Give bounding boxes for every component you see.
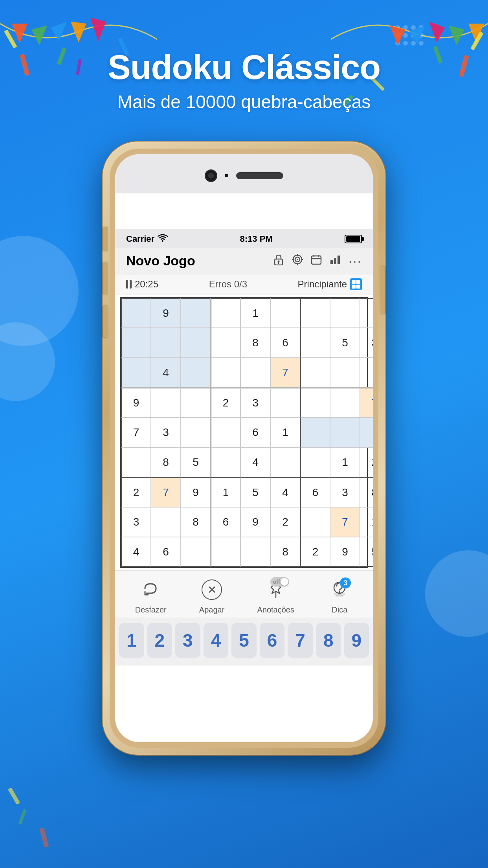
lock-icon[interactable] bbox=[273, 254, 284, 268]
sudoku-cell[interactable] bbox=[300, 388, 330, 417]
num-btn-3[interactable]: 3 bbox=[175, 623, 200, 658]
sudoku-cell[interactable]: 6 bbox=[151, 537, 181, 567]
undo-tool[interactable]: Desfazer bbox=[135, 576, 167, 614]
sudoku-grid[interactable]: 9186534792377361854122791546383869271468… bbox=[120, 297, 368, 568]
sudoku-cell[interactable]: 1 bbox=[330, 447, 360, 477]
sudoku-cell[interactable] bbox=[181, 298, 211, 328]
sudoku-cell[interactable]: 9 bbox=[330, 537, 360, 567]
sudoku-cell[interactable]: 8 bbox=[240, 328, 270, 358]
sudoku-cell[interactable]: 7 bbox=[121, 417, 151, 447]
sudoku-cell[interactable]: 9 bbox=[181, 477, 211, 507]
sudoku-cell[interactable] bbox=[121, 358, 151, 388]
sudoku-cell[interactable] bbox=[211, 447, 240, 477]
sudoku-cell[interactable] bbox=[360, 358, 373, 388]
chart-icon[interactable] bbox=[330, 254, 341, 268]
sudoku-cell[interactable]: 1 bbox=[360, 507, 373, 537]
sudoku-cell[interactable] bbox=[300, 417, 330, 447]
sudoku-cell[interactable]: 3 bbox=[330, 477, 360, 507]
sudoku-cell[interactable] bbox=[181, 537, 211, 567]
sudoku-cell[interactable]: 9 bbox=[151, 298, 181, 328]
sudoku-cell[interactable]: 4 bbox=[151, 358, 181, 388]
sudoku-cell[interactable] bbox=[330, 358, 360, 388]
sudoku-cell[interactable] bbox=[300, 447, 330, 477]
sudoku-cell[interactable] bbox=[240, 358, 270, 388]
sudoku-cell[interactable] bbox=[360, 298, 373, 328]
sudoku-cell[interactable] bbox=[121, 447, 151, 477]
sudoku-cell[interactable]: 4 bbox=[270, 477, 300, 507]
sudoku-cell[interactable] bbox=[211, 358, 240, 388]
sudoku-cell[interactable] bbox=[211, 537, 240, 567]
sudoku-cell[interactable]: 8 bbox=[151, 447, 181, 477]
sudoku-cell[interactable] bbox=[211, 328, 240, 358]
sudoku-cell[interactable] bbox=[300, 328, 330, 358]
num-btn-6[interactable]: 6 bbox=[260, 623, 285, 658]
more-icon[interactable]: ··· bbox=[349, 253, 362, 268]
sudoku-cell[interactable] bbox=[181, 358, 211, 388]
sudoku-cell[interactable]: 5 bbox=[330, 328, 360, 358]
sudoku-cell[interactable]: 6 bbox=[211, 507, 240, 537]
sudoku-cell[interactable]: 6 bbox=[300, 477, 330, 507]
sudoku-cell[interactable] bbox=[211, 298, 240, 328]
sudoku-cell[interactable]: 2 bbox=[360, 447, 373, 477]
sudoku-cell[interactable]: 3 bbox=[240, 388, 270, 417]
sudoku-cell[interactable] bbox=[181, 328, 211, 358]
sudoku-cell[interactable] bbox=[270, 388, 300, 417]
sudoku-cell[interactable] bbox=[121, 298, 151, 328]
sudoku-cell[interactable] bbox=[181, 417, 211, 447]
sudoku-cell[interactable]: 9 bbox=[240, 507, 270, 537]
sudoku-cell[interactable]: 7 bbox=[151, 477, 181, 507]
sudoku-cell[interactable]: 2 bbox=[270, 507, 300, 537]
sudoku-cell[interactable]: 8 bbox=[360, 477, 373, 507]
sudoku-cell[interactable] bbox=[330, 417, 360, 447]
sudoku-cell[interactable]: 8 bbox=[181, 507, 211, 537]
sudoku-cell[interactable] bbox=[300, 298, 330, 328]
sudoku-cell[interactable] bbox=[121, 328, 151, 358]
sudoku-cell[interactable] bbox=[151, 328, 181, 358]
sudoku-cell[interactable] bbox=[211, 417, 240, 447]
sudoku-cell[interactable]: 3 bbox=[121, 507, 151, 537]
sudoku-cell[interactable] bbox=[300, 358, 330, 388]
sudoku-cell[interactable]: 4 bbox=[240, 447, 270, 477]
target-icon[interactable] bbox=[292, 254, 303, 268]
sudoku-cell[interactable] bbox=[151, 507, 181, 537]
pause-icon[interactable] bbox=[126, 280, 132, 289]
num-btn-1[interactable]: 1 bbox=[119, 623, 144, 658]
sudoku-cell[interactable]: 5 bbox=[360, 537, 373, 567]
num-btn-4[interactable]: 4 bbox=[204, 623, 229, 658]
sudoku-cell[interactable]: 1 bbox=[211, 477, 240, 507]
sudoku-cell[interactable] bbox=[330, 298, 360, 328]
sudoku-cell[interactable]: 3 bbox=[151, 417, 181, 447]
delete-tool[interactable]: ✕ Apagar bbox=[198, 576, 225, 614]
sudoku-cell[interactable]: 4 bbox=[121, 537, 151, 567]
notes-tool[interactable]: off Anotações bbox=[257, 576, 294, 614]
sudoku-cell[interactable]: 6 bbox=[270, 328, 300, 358]
sudoku-cell[interactable]: 1 bbox=[270, 417, 300, 447]
sudoku-cell[interactable] bbox=[240, 537, 270, 567]
sudoku-cell[interactable]: 5 bbox=[240, 477, 270, 507]
sudoku-cell[interactable] bbox=[330, 388, 360, 417]
sudoku-cell[interactable]: 9 bbox=[121, 388, 151, 417]
sudoku-cell[interactable]: 6 bbox=[240, 417, 270, 447]
sudoku-cell[interactable]: 7 bbox=[270, 358, 300, 388]
sudoku-cell[interactable]: 2 bbox=[121, 477, 151, 507]
calendar-icon[interactable] bbox=[311, 254, 322, 268]
num-btn-7[interactable]: 7 bbox=[288, 623, 313, 658]
num-btn-9[interactable]: 9 bbox=[344, 623, 369, 658]
sudoku-cell[interactable] bbox=[181, 388, 211, 417]
sudoku-cell[interactable] bbox=[300, 507, 330, 537]
sudoku-cell[interactable]: 5 bbox=[181, 447, 211, 477]
sudoku-cell[interactable]: 2 bbox=[211, 388, 240, 417]
num-btn-2[interactable]: 2 bbox=[147, 623, 172, 658]
sudoku-cell[interactable]: 2 bbox=[300, 537, 330, 567]
sudoku-cell[interactable] bbox=[270, 447, 300, 477]
num-btn-5[interactable]: 5 bbox=[231, 623, 257, 658]
hint-tool[interactable]: 3 Dica bbox=[326, 576, 353, 614]
sudoku-cell[interactable]: 1 bbox=[240, 298, 270, 328]
sudoku-cell[interactable]: 3 bbox=[360, 328, 373, 358]
sudoku-cell[interactable] bbox=[360, 417, 373, 447]
num-btn-8[interactable]: 8 bbox=[316, 623, 341, 658]
sudoku-cell[interactable]: 7 bbox=[330, 507, 360, 537]
sudoku-cell[interactable]: 7 bbox=[360, 388, 373, 417]
sudoku-cell[interactable] bbox=[151, 388, 181, 417]
sudoku-cell[interactable] bbox=[270, 298, 300, 328]
